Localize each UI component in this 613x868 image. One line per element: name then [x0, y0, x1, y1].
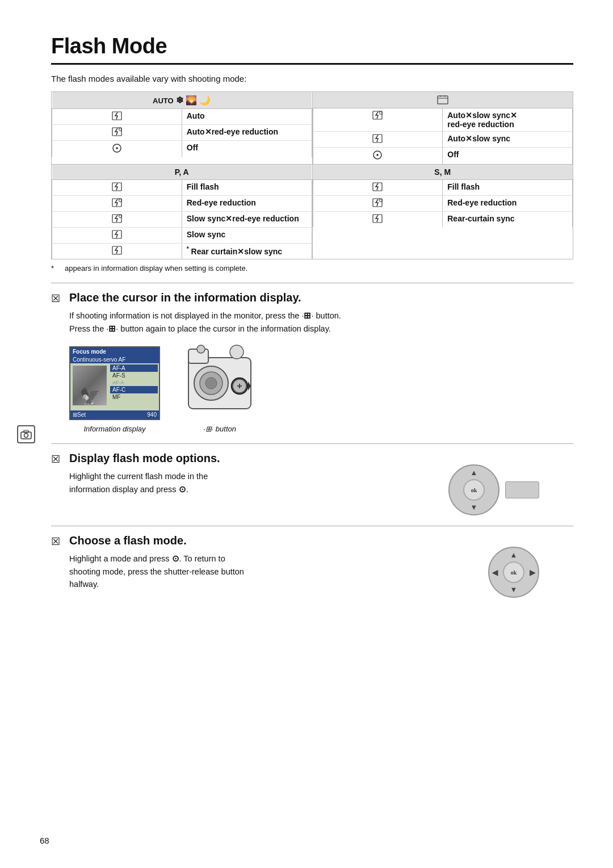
flash-rear-icon: [52, 244, 182, 259]
svg-point-39: [205, 378, 217, 389]
flash-mode-label: Fill flash: [182, 180, 312, 196]
section-divider-1: [51, 283, 573, 283]
flash-icon: [52, 109, 182, 125]
flash-rear-icon: [313, 212, 443, 228]
pa-section-header: P, A: [52, 165, 312, 180]
table-row: Off: [52, 141, 312, 158]
svg-point-41: [197, 345, 205, 353]
flash-redeye-icon: [52, 125, 182, 141]
step-3-line1: Highlight a mode and press ⊙. To return …: [69, 554, 225, 563]
flash-mode-label: Auto✕slow sync✕red-eye reduction: [443, 108, 573, 132]
step-3-line2: shooting mode, press the shutter-release…: [69, 567, 244, 576]
page-subtitle: The flash modes available vary with shoo…: [51, 74, 573, 83]
step-2-content: Highlight the current flash mode in the …: [51, 470, 573, 515]
flash-redeye-icon: [313, 108, 443, 132]
table-row: Red-eye reduction: [52, 196, 312, 212]
ok-button-outer-1: ▲ ▼ ok: [448, 464, 499, 515]
step-2-ok-cluster: ▲ ▼ ok: [448, 464, 539, 515]
flash-mode-label: * Rear curtain✕slow sync: [182, 244, 312, 259]
step-1-checkbox: ☒: [51, 292, 64, 305]
flash-mode-label: Rear-curtain sync: [443, 212, 573, 228]
flash-slow-icon: [52, 228, 182, 244]
table-row: Auto✕red-eye reduction: [52, 125, 312, 141]
flash-mode-label: Auto✕red-eye reduction: [182, 125, 312, 141]
step-3-title: Choose a flash mode.: [69, 534, 187, 547]
flash-mode-label: Slow sync: [182, 228, 312, 244]
table-row: Red-eye reduction: [313, 196, 573, 212]
step-2-line2: information display and press ⊙.: [69, 485, 188, 494]
auto-section-header: AUTO ❄ 🌄 🌙: [52, 92, 312, 109]
step-1-images: Focus mode Continuous-servo AF 🦅 AF-A AF…: [69, 341, 573, 433]
svg-rect-2: [24, 430, 28, 433]
section-divider-3: [51, 526, 573, 526]
camera-button-label: ·⊞· button: [203, 425, 236, 433]
step-3-ok-cluster: ▲ ▼ ◀ ▶ ok: [488, 547, 539, 598]
flash-icon: [313, 132, 443, 148]
ok-button-outer-2: ▲ ▼ ◀ ▶ ok: [488, 547, 539, 598]
flash-mode-label: Off: [443, 148, 573, 165]
camera-mode-icon: [17, 425, 35, 443]
ok-arrow-up-2: ▲: [510, 551, 518, 559]
footnote-text: appears in information display when sett…: [65, 264, 247, 272]
ok-label-1: ok: [471, 487, 477, 493]
step-2-header: ☒ Display flash mode options.: [51, 452, 573, 466]
table-row: * Rear curtain✕slow sync: [52, 244, 312, 259]
lcd-photo-bird: 🦅: [79, 388, 100, 405]
flash-mode-label: Red-eye reduction: [182, 196, 312, 212]
ok-arrow-right-2: ▶: [530, 568, 535, 577]
flash-mode-label: Slow sync✕red-eye reduction: [182, 212, 312, 228]
flash-mode-label: Fill flash: [443, 180, 573, 196]
table-row: Slow sync: [52, 228, 312, 244]
step-3-content: Highlight a mode and press ⊙. To return …: [51, 552, 573, 598]
lcd-screen: Focus mode Continuous-servo AF 🦅 AF-A AF…: [69, 346, 160, 420]
gray-rect-1: [505, 481, 539, 498]
step-1-body: If shooting information is not displayed…: [69, 309, 573, 335]
step-3-body: Highlight a mode and press ⊙. To return …: [69, 552, 488, 590]
ok-arrow-down-2: ▼: [510, 585, 518, 594]
step-3: ☒ Choose a flash mode. Highlight a mode …: [51, 534, 573, 598]
portrait-section-header: [313, 92, 573, 108]
section-divider-2: [51, 443, 573, 444]
step-2: ☒ Display flash mode options. Highlight …: [51, 452, 573, 515]
lcd-menu-header: Continuous-servo AF: [70, 356, 159, 363]
flash-mode-label: Auto: [182, 109, 312, 125]
table-row: Fill flash: [313, 180, 573, 196]
lcd-set-label: ⊞Set: [73, 412, 86, 418]
left-camera-strip: [17, 425, 35, 443]
table-row: Off: [313, 148, 573, 165]
flash-slow-redeye-icon: [52, 212, 182, 228]
ok-button-inner-1: ok: [463, 479, 485, 501]
ok-label-2: ok: [511, 569, 517, 576]
footnote: * appears in information display when se…: [51, 264, 573, 272]
step-3-header: ☒ Choose a flash mode.: [51, 534, 573, 548]
camera-body-block: ·⊞· button: [183, 341, 257, 433]
step-3-checkbox: ☒: [51, 535, 64, 548]
step-2-title: Display flash mode options.: [69, 452, 220, 465]
table-pa-section: P, A Fill flash Red-eye reduction: [52, 165, 313, 259]
lcd-menu-afc: AF-C: [110, 386, 158, 393]
svg-point-1: [24, 433, 28, 437]
flash-fill-icon: [52, 180, 182, 196]
step-1-title: Place the cursor in the information disp…: [69, 291, 301, 304]
step-2-body: Highlight the current flash mode in the …: [69, 470, 448, 496]
lcd-photo: 🦅: [73, 366, 107, 405]
table-portrait-section: Auto✕slow sync✕red-eye reduction Auto✕sl…: [312, 92, 573, 165]
lcd-counter: 940: [147, 412, 157, 418]
lcd-menu-afs: AF-S: [110, 372, 158, 379]
ok-arrow-down-1: ▼: [471, 503, 478, 511]
lcd-menu-afs-label: AF-A: [110, 379, 158, 386]
table-row: Auto✕slow sync: [313, 132, 573, 148]
table-row: Auto: [52, 109, 312, 125]
table-row: Auto✕slow sync✕red-eye reduction: [313, 108, 573, 132]
flash-mode-table: AUTO ❄ 🌄 🌙 Auto Auto✕red-eye reduction: [51, 91, 573, 259]
footnote-star: *: [51, 264, 60, 272]
table-row: Fill flash: [52, 180, 312, 196]
table-row: Slow sync✕red-eye reduction: [52, 212, 312, 228]
flash-off-icon: [313, 148, 443, 165]
step-1: ☒ Place the cursor in the information di…: [51, 291, 573, 433]
page-number: 68: [40, 836, 49, 845]
flash-mode-label: Auto✕slow sync: [443, 132, 573, 148]
lcd-screen-block: Focus mode Continuous-servo AF 🦅 AF-A AF…: [69, 346, 160, 433]
lcd-menu-afa: AF-A: [110, 364, 158, 372]
ok-with-rect-1: ▲ ▼ ok: [448, 464, 539, 515]
